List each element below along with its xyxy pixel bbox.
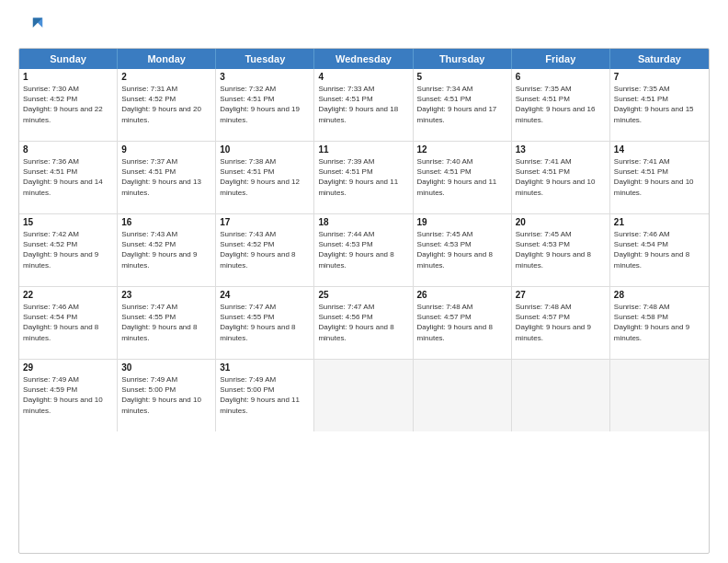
table-row: 9 Sunrise: 7:37 AM Sunset: 4:51 PM Dayli… [118,142,216,213]
table-row: 18 Sunrise: 7:44 AM Sunset: 4:53 PM Dayl… [314,214,413,286]
table-row: 19 Sunrise: 7:45 AM Sunset: 4:53 PM Dayl… [414,214,512,286]
calendar-body: 1 Sunrise: 7:30 AM Sunset: 4:52 PM Dayli… [19,69,709,431]
header [18,15,710,40]
logo [18,15,48,40]
table-row: 5 Sunrise: 7:34 AM Sunset: 4:51 PM Dayli… [414,69,512,141]
calendar-header: Sunday Monday Tuesday Wednesday Thursday… [19,49,709,69]
table-row: 23 Sunrise: 7:47 AM Sunset: 4:55 PM Dayl… [118,287,216,359]
table-row [512,360,610,431]
table-row [610,360,709,431]
table-row: 21 Sunrise: 7:46 AM Sunset: 4:54 PM Dayl… [610,214,709,286]
table-row: 16 Sunrise: 7:43 AM Sunset: 4:52 PM Dayl… [118,214,216,286]
calendar-row-4: 22 Sunrise: 7:46 AM Sunset: 4:54 PM Dayl… [19,287,709,360]
calendar-row-3: 15 Sunrise: 7:42 AM Sunset: 4:52 PM Dayl… [19,214,709,287]
table-row: 2 Sunrise: 7:31 AM Sunset: 4:52 PM Dayli… [118,69,216,141]
table-row: 30 Sunrise: 7:49 AM Sunset: 5:00 PM Dayl… [118,360,216,431]
table-row: 1 Sunrise: 7:30 AM Sunset: 4:52 PM Dayli… [19,69,118,141]
calendar-row-5: 29 Sunrise: 7:49 AM Sunset: 4:59 PM Dayl… [19,360,709,431]
header-sunday: Sunday [19,49,118,69]
table-row: 29 Sunrise: 7:49 AM Sunset: 4:59 PM Dayl… [19,360,118,431]
table-row: 10 Sunrise: 7:38 AM Sunset: 4:51 PM Dayl… [216,142,314,213]
table-row: 3 Sunrise: 7:32 AM Sunset: 4:51 PM Dayli… [216,69,314,141]
table-row: 24 Sunrise: 7:47 AM Sunset: 4:55 PM Dayl… [216,287,314,359]
table-row [314,360,413,431]
table-row: 11 Sunrise: 7:39 AM Sunset: 4:51 PM Dayl… [314,142,413,213]
logo-icon [18,15,44,40]
table-row: 22 Sunrise: 7:46 AM Sunset: 4:54 PM Dayl… [19,287,118,359]
header-wednesday: Wednesday [314,49,413,69]
calendar-row-1: 1 Sunrise: 7:30 AM Sunset: 4:52 PM Dayli… [19,69,709,142]
header-monday: Monday [118,49,216,69]
table-row: 26 Sunrise: 7:48 AM Sunset: 4:57 PM Dayl… [414,287,512,359]
table-row: 20 Sunrise: 7:45 AM Sunset: 4:53 PM Dayl… [512,214,610,286]
table-row: 28 Sunrise: 7:48 AM Sunset: 4:58 PM Dayl… [610,287,709,359]
table-row: 15 Sunrise: 7:42 AM Sunset: 4:52 PM Dayl… [19,214,118,286]
calendar: Sunday Monday Tuesday Wednesday Thursday… [18,48,710,554]
calendar-row-2: 8 Sunrise: 7:36 AM Sunset: 4:51 PM Dayli… [19,142,709,214]
table-row: 7 Sunrise: 7:35 AM Sunset: 4:51 PM Dayli… [610,69,709,141]
table-row: 17 Sunrise: 7:43 AM Sunset: 4:52 PM Dayl… [216,214,314,286]
table-row: 12 Sunrise: 7:40 AM Sunset: 4:51 PM Dayl… [414,142,512,213]
table-row: 4 Sunrise: 7:33 AM Sunset: 4:51 PM Dayli… [314,69,413,141]
table-row: 6 Sunrise: 7:35 AM Sunset: 4:51 PM Dayli… [512,69,610,141]
header-saturday: Saturday [610,49,709,69]
table-row [414,360,512,431]
table-row: 14 Sunrise: 7:41 AM Sunset: 4:51 PM Dayl… [610,142,709,213]
header-tuesday: Tuesday [216,49,314,69]
page: Sunday Monday Tuesday Wednesday Thursday… [0,0,728,563]
table-row: 13 Sunrise: 7:41 AM Sunset: 4:51 PM Dayl… [512,142,610,213]
table-row: 27 Sunrise: 7:48 AM Sunset: 4:57 PM Dayl… [512,287,610,359]
header-friday: Friday [512,49,610,69]
table-row: 25 Sunrise: 7:47 AM Sunset: 4:56 PM Dayl… [314,287,413,359]
table-row: 31 Sunrise: 7:49 AM Sunset: 5:00 PM Dayl… [216,360,314,431]
header-thursday: Thursday [414,49,512,69]
table-row: 8 Sunrise: 7:36 AM Sunset: 4:51 PM Dayli… [19,142,118,213]
